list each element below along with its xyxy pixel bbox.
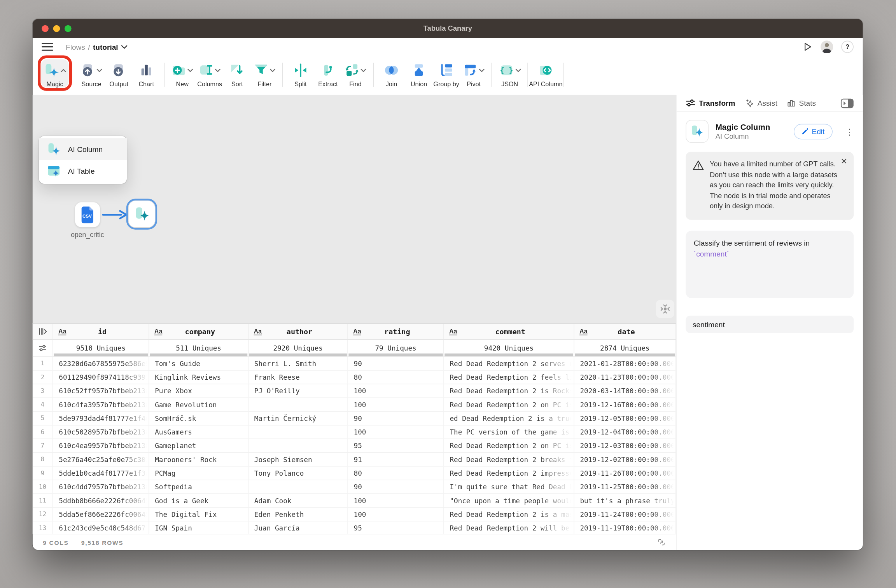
- cell-author[interactable]: PJ O'Reilly: [248, 384, 348, 398]
- flow-canvas[interactable]: CSV: [33, 95, 676, 323]
- cell-company[interactable]: God is a Geek: [149, 494, 249, 507]
- tab-stats[interactable]: Stats: [787, 99, 816, 107]
- collapse-panel-icon[interactable]: [840, 98, 854, 108]
- output-column-name-input[interactable]: sentiment: [686, 316, 854, 333]
- breadcrumb[interactable]: Flows / tutorial: [66, 42, 127, 51]
- cell-rating[interactable]: 90: [348, 412, 444, 425]
- toolbar-filter-button[interactable]: Filter: [251, 59, 278, 87]
- table-row[interactable]: 125dda5ef866e2226fc006451The Digital Fix…: [33, 508, 676, 521]
- cell-comment[interactable]: Red Dead Redemption 2 breaks t: [444, 453, 574, 466]
- cell-author[interactable]: Tony Polanco: [248, 466, 348, 480]
- column-menu-cell[interactable]: [33, 324, 53, 339]
- cell-author[interactable]: Joseph Siemsen: [248, 453, 348, 466]
- cell-id[interactable]: 610c4ea9957b7bfbeb21384: [53, 439, 149, 452]
- cell-comment[interactable]: Red Dead Redemption 2 impresse: [444, 466, 574, 480]
- cell-date[interactable]: 2019-11-26T00:00:00.000: [574, 466, 676, 480]
- cell-rating[interactable]: 90: [348, 480, 444, 494]
- column-scrollbar[interactable]: [575, 354, 675, 356]
- cell-date[interactable]: 2019-11-25T00:00:00.000: [574, 480, 676, 494]
- toolbar-output-button[interactable]: Output: [105, 59, 133, 87]
- toolbar-split-button[interactable]: Split: [287, 59, 315, 87]
- cell-id[interactable]: 610c4dd7957b7bfbeb21384: [53, 480, 149, 494]
- cell-company[interactable]: SomHráč.sk: [149, 412, 249, 425]
- cell-id[interactable]: 601129490f8974118c9391c: [53, 371, 149, 384]
- tab-transform[interactable]: Transform: [686, 99, 735, 107]
- fit-view-button[interactable]: [656, 300, 674, 318]
- table-row[interactable]: 2601129490f8974118c9391cKinglink Reviews…: [33, 371, 676, 384]
- cell-date[interactable]: 2019-12-04T00:00:00.000: [574, 426, 676, 439]
- cell-author[interactable]: Eden Penketh: [248, 508, 348, 521]
- expand-table-icon[interactable]: [657, 538, 666, 546]
- cell-author[interactable]: [248, 426, 348, 439]
- cell-rating[interactable]: 100: [348, 398, 444, 411]
- table-row[interactable]: 162320d6a67855975e586e99Tom's GuideSherr…: [33, 357, 676, 370]
- cell-id[interactable]: 610c52ff957b7bfbeb21388: [53, 384, 149, 398]
- column-scrollbar[interactable]: [348, 354, 443, 356]
- cell-date[interactable]: 2019-12-05T00:00:00.000: [574, 412, 676, 425]
- toolbar-union-button[interactable]: Union: [405, 59, 433, 87]
- cell-date[interactable]: 2020-03-14T00:00:00.000: [574, 384, 676, 398]
- edit-button[interactable]: Edit: [793, 124, 833, 139]
- table-row[interactable]: 10610c4dd7957b7bfbeb21384Softpedia90I'm …: [33, 480, 676, 494]
- cell-author[interactable]: Adam Cook: [248, 494, 348, 507]
- breadcrumb-section[interactable]: Flows: [66, 42, 85, 51]
- toolbar-magic-button[interactable]: Magic: [41, 59, 69, 87]
- cell-id[interactable]: 5dda5ef866e2226fc006451: [53, 508, 149, 521]
- cell-comment[interactable]: Red Dead Redemption 2 is Rocks: [444, 384, 574, 398]
- toolbar-find-button[interactable]: Find: [342, 59, 369, 87]
- cell-rating[interactable]: 100: [348, 494, 444, 507]
- toolbar-sort-button[interactable]: Sort: [224, 59, 251, 87]
- column-header-author[interactable]: Aaauthor: [248, 324, 348, 339]
- cell-comment[interactable]: "Once upon a time people would: [444, 494, 574, 507]
- column-header-rating[interactable]: Aarating: [348, 324, 444, 339]
- cell-author[interactable]: Sherri L. Smith: [248, 357, 348, 370]
- cell-rating[interactable]: 100: [348, 426, 444, 439]
- cell-author[interactable]: [248, 398, 348, 411]
- cell-date[interactable]: 2019-11-19T00:00:00.000: [574, 522, 676, 534]
- cell-company[interactable]: Game Revolution: [149, 398, 249, 411]
- row-settings-cell[interactable]: [33, 340, 53, 356]
- toolbar-apicolumn-button[interactable]: API Column: [532, 59, 560, 87]
- toolbar-new-button[interactable]: New: [168, 59, 196, 87]
- table-row[interactable]: 95dde1b0cad4f81777e1f3a8PCMagTony Polanc…: [33, 466, 676, 480]
- cell-date[interactable]: 2019-12-16T00:00:00.000: [574, 398, 676, 411]
- toolbar-json-button[interactable]: { }JSON: [496, 59, 523, 87]
- cell-comment[interactable]: ed Dead Redemption 2 is a true: [444, 412, 574, 425]
- column-header-company[interactable]: Aacompany: [149, 324, 249, 339]
- cell-date[interactable]: 2020-11-23T00:00:00.000: [574, 371, 676, 384]
- toolbar-columns-button[interactable]: Columns: [196, 59, 224, 87]
- cell-author[interactable]: [248, 480, 348, 494]
- toolbar-source-button[interactable]: Source: [78, 59, 105, 87]
- cell-author[interactable]: [248, 439, 348, 452]
- cell-company[interactable]: The Digital Fix: [149, 508, 249, 521]
- cell-rating[interactable]: 91: [348, 453, 444, 466]
- prompt-input[interactable]: Classify the sentiment of reviews in `co…: [686, 231, 854, 298]
- cell-rating[interactable]: 90: [348, 357, 444, 370]
- cell-id[interactable]: 5ddbb8b666e2226fc006456: [53, 494, 149, 507]
- column-scrollbar[interactable]: [54, 354, 148, 356]
- cell-company[interactable]: Softpedia: [149, 480, 249, 494]
- column-scrollbar[interactable]: [444, 354, 573, 356]
- menu-item-ai-table[interactable]: AI Table: [39, 160, 127, 181]
- cell-date[interactable]: 2021-01-28T00:00:00.000: [574, 357, 676, 370]
- cell-comment[interactable]: Red Dead Redemption 2 feels li: [444, 371, 574, 384]
- chevron-down-icon[interactable]: [121, 45, 127, 49]
- cell-id[interactable]: 61c243cd9e5c48c548d6738: [53, 522, 149, 534]
- toolbar-chart-button[interactable]: Chart: [133, 59, 160, 87]
- toolbar-pivot-button[interactable]: Pivot: [460, 59, 488, 87]
- cell-rating[interactable]: 100: [348, 508, 444, 521]
- table-row[interactable]: 7610c4ea9957b7bfbeb21384Gameplanet95Red …: [33, 439, 676, 453]
- node-menu-icon[interactable]: ⋮: [845, 127, 854, 136]
- column-header-id[interactable]: Aaid: [53, 324, 149, 339]
- avatar[interactable]: [821, 40, 833, 53]
- cell-company[interactable]: Marooners' Rock: [149, 453, 249, 466]
- breadcrumb-current[interactable]: tutorial: [93, 42, 118, 51]
- table-row[interactable]: 4610c4fa3957b7bfbeb21385Game Revolution1…: [33, 398, 676, 412]
- cell-rating[interactable]: 95: [348, 439, 444, 452]
- table-row[interactable]: 3610c52ff957b7bfbeb21388Pure XboxPJ O'Re…: [33, 384, 676, 398]
- toolbar-extract-button[interactable]: Extract: [314, 59, 342, 87]
- column-header-date[interactable]: Aadate: [574, 324, 676, 339]
- cell-id[interactable]: 5e276a40c25afe0e75c3020: [53, 453, 149, 466]
- column-scrollbar[interactable]: [150, 354, 247, 356]
- cell-comment[interactable]: I'm quite sure that Red Dead R: [444, 480, 574, 494]
